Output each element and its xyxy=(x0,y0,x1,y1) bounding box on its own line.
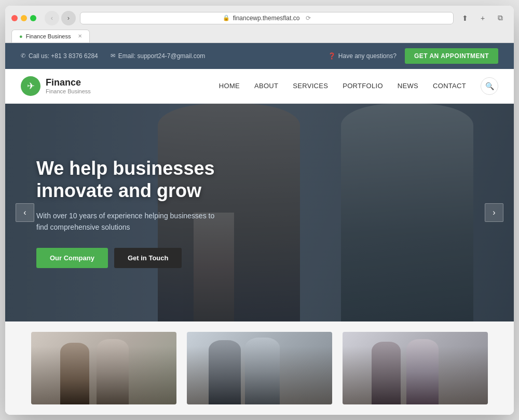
active-tab[interactable]: ● Finance Business ✕ xyxy=(11,30,90,43)
browser-chrome: ‹ › 🔒 financewp.themesflat.co ⟳ ⬆ + ⧉ ● … xyxy=(5,6,514,43)
logo-title: Finance xyxy=(46,77,91,88)
question-text: ❓ Have any questions? xyxy=(328,52,397,60)
forward-button[interactable]: › xyxy=(61,11,76,25)
logo[interactable]: ✈ Finance Finance Business xyxy=(21,76,91,96)
email-info: ✉ Email: support24-7@gmail.com xyxy=(111,52,206,60)
nav-services[interactable]: SERVICES xyxy=(293,82,328,90)
phone-info: ✆ Call us: +81 3 8376 6284 xyxy=(21,52,98,60)
thumbnail-card-1[interactable] xyxy=(31,332,176,404)
nav-contact[interactable]: CONTACT xyxy=(433,82,466,90)
maximize-button[interactable] xyxy=(30,15,36,21)
nav-home[interactable]: HOME xyxy=(219,82,240,90)
browser-window: ‹ › 🔒 financewp.themesflat.co ⟳ ⬆ + ⧉ ● … xyxy=(5,6,514,415)
nav-news[interactable]: NEWS xyxy=(398,82,418,90)
top-bar-left: ✆ Call us: +81 3 8376 6284 ✉ Email: supp… xyxy=(21,52,205,60)
lock-icon: 🔒 xyxy=(223,15,230,21)
window-controls xyxy=(11,15,36,21)
thumbnail-card-2[interactable] xyxy=(187,332,332,404)
main-navigation: ✈ Finance Finance Business HOME ABOUT SE… xyxy=(5,69,514,104)
hero-prev-arrow[interactable]: ‹ xyxy=(16,203,34,222)
back-button[interactable]: ‹ xyxy=(45,11,59,25)
top-bar-right: ❓ Have any questions? GET AN APPOINTMENT xyxy=(328,48,498,64)
hero-subtitle: With over 10 years of experience helping… xyxy=(36,210,223,233)
card2-person1 xyxy=(209,340,241,404)
hero-next-arrow[interactable]: › xyxy=(485,203,503,222)
tabs-button[interactable]: ⧉ xyxy=(493,12,508,24)
card1-person1 xyxy=(60,343,89,404)
browser-action-buttons: ⬆ + ⧉ xyxy=(458,12,508,24)
logo-text: Finance Finance Business xyxy=(46,77,91,94)
thumbnail-cards-row xyxy=(5,321,514,415)
logo-subtitle: Finance Business xyxy=(46,88,91,94)
search-icon: 🔍 xyxy=(485,82,494,90)
get-in-touch-button[interactable]: Get in Touch xyxy=(114,248,182,268)
url-text: financewp.themesflat.co xyxy=(233,15,300,22)
hero-title: We help businesses innovate and grow xyxy=(36,157,285,201)
email-label: Email: support24-7@gmail.com xyxy=(118,52,206,60)
close-button[interactable] xyxy=(11,15,18,21)
nav-links: HOME ABOUT SERVICES PORTFOLIO NEWS CONTA… xyxy=(219,77,498,95)
question-icon: ❓ xyxy=(328,52,336,60)
address-bar[interactable]: 🔒 financewp.themesflat.co ⟳ xyxy=(80,12,454,24)
new-tab-button[interactable]: + xyxy=(475,12,490,24)
minimize-button[interactable] xyxy=(21,15,27,21)
our-company-button[interactable]: Our Company xyxy=(36,248,108,268)
logo-plane-icon: ✈ xyxy=(27,80,35,92)
reload-icon: ⟳ xyxy=(306,15,311,22)
tab-icon: ● xyxy=(19,33,23,39)
nav-about[interactable]: ABOUT xyxy=(254,82,278,90)
tab-close[interactable]: ✕ xyxy=(78,33,82,39)
email-icon: ✉ xyxy=(111,52,115,59)
top-bar: ✆ Call us: +81 3 8376 6284 ✉ Email: supp… xyxy=(5,43,514,69)
hero-buttons: Our Company Get in Touch xyxy=(36,248,285,268)
nav-portfolio[interactable]: PORTFOLIO xyxy=(343,82,383,90)
hero-content: We help businesses innovate and grow Wit… xyxy=(36,157,285,268)
search-button[interactable]: 🔍 xyxy=(481,77,498,95)
hero-section: We help businesses innovate and grow Wit… xyxy=(5,104,514,321)
appointment-button[interactable]: GET AN APPOINTMENT xyxy=(405,48,498,64)
tab-label: Finance Business xyxy=(26,33,71,39)
thumbnail-card-3[interactable] xyxy=(343,332,488,404)
website-content: ✆ Call us: +81 3 8376 6284 ✉ Email: supp… xyxy=(5,43,514,415)
phone-icon: ✆ xyxy=(21,52,25,59)
card3-person2 xyxy=(406,339,439,404)
chevron-right-icon: › xyxy=(493,208,495,217)
card3-person1 xyxy=(372,342,401,404)
phone-label: Call us: +81 3 8376 6284 xyxy=(29,52,98,60)
share-button[interactable]: ⬆ xyxy=(458,12,472,24)
browser-nav-arrows: ‹ › xyxy=(45,11,76,25)
logo-icon: ✈ xyxy=(21,76,40,96)
question-label: Have any questions? xyxy=(338,52,397,60)
card2-person2 xyxy=(245,338,280,404)
chevron-left-icon: ‹ xyxy=(23,208,26,217)
card1-person2 xyxy=(97,339,129,404)
